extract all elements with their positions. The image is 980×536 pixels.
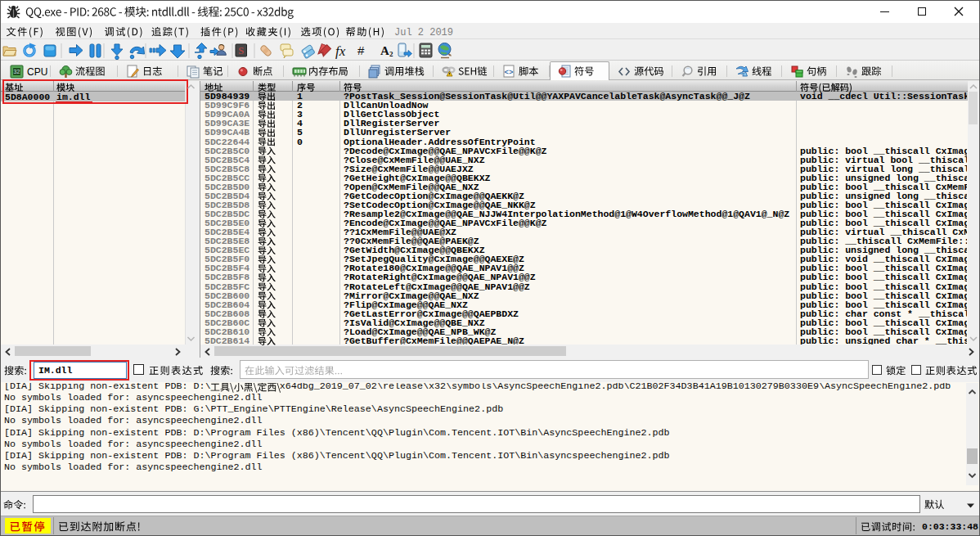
svg-text:#: # — [357, 43, 365, 57]
svg-text:S: S — [238, 45, 244, 56]
svg-text:2: 2 — [389, 50, 393, 58]
svg-text:<>: <> — [505, 69, 514, 77]
svg-text:fx: fx — [335, 43, 346, 59]
svg-text:32: 32 — [14, 69, 20, 74]
svg-text:A: A — [380, 44, 389, 57]
